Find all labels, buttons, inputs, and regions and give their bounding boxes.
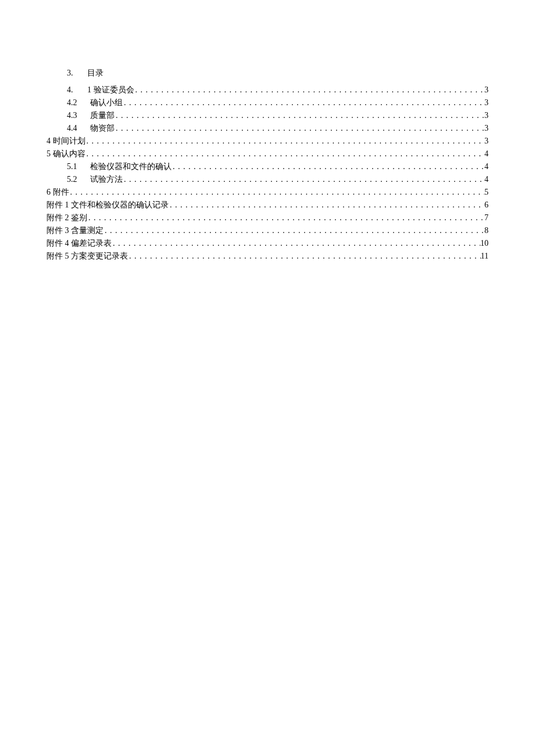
toc-entry-label: 附件 4 偏差记录表 xyxy=(47,237,112,249)
toc-entry-page: 11 xyxy=(481,250,488,262)
toc-leader-dots xyxy=(128,250,481,262)
toc-leader-dots xyxy=(115,109,484,121)
toc-leader-dots xyxy=(169,199,484,211)
toc-entry-page: 4 xyxy=(484,173,488,185)
toc-entry: 5 确认内容4 xyxy=(47,148,488,160)
toc-entry-label: 试验方法 xyxy=(90,173,123,185)
toc-entry: 6 附件5 xyxy=(47,186,488,198)
toc-entry-number: 5.2 xyxy=(67,173,90,185)
toc-entry-label: 6 附件 xyxy=(47,186,69,198)
toc-entry-page: 4 xyxy=(484,160,488,173)
toc-entry-number: 5.1 xyxy=(67,160,90,173)
toc-entry: 4.3质量部3 xyxy=(47,109,488,121)
toc-entry-page: 6 xyxy=(484,199,488,211)
toc-entry-page: 8 xyxy=(484,224,488,237)
toc-entry-number: 4.4 xyxy=(67,122,90,134)
toc-title-text: 目录 xyxy=(87,67,104,79)
toc-entry-number: 4. xyxy=(67,84,87,96)
toc-entry-label: 1 验证委员会 xyxy=(87,84,134,96)
toc-entry-label: 检验仪器和文件的确认 xyxy=(90,160,172,173)
toc-entry: 4.4物资部3 xyxy=(47,122,488,134)
toc-entry: 4.2确认小组3 xyxy=(47,96,488,109)
toc-title-number: 3. xyxy=(67,67,87,79)
toc-entry: 附件 4 偏差记录表10 xyxy=(47,237,488,249)
toc-entry-label: 确认小组 xyxy=(90,96,123,109)
toc-leader-dots xyxy=(85,148,485,160)
toc-entry: 5.2试验方法4 xyxy=(47,173,488,185)
toc-title: 3. 目录 xyxy=(47,67,488,79)
toc-entry-label: 附件 2 鉴别 xyxy=(47,212,87,224)
toc-entry: 4 时间计划3 xyxy=(47,135,488,147)
toc-leader-dots xyxy=(123,173,484,185)
toc-entry-page: 3 xyxy=(484,84,488,96)
toc-entry-page: 7 xyxy=(484,212,488,224)
toc-entry-page: 3 xyxy=(484,96,488,109)
toc-entry-label: 附件 1 文件和检验仪器的确认记录 xyxy=(47,199,169,211)
toc-entry-label: 附件 3 含量测定 xyxy=(47,224,104,237)
toc-leader-dots xyxy=(87,212,484,224)
toc-leader-dots xyxy=(69,186,485,198)
toc-entry: 附件 3 含量测定8 xyxy=(47,224,488,237)
toc-leader-dots xyxy=(123,96,484,109)
toc-entry: 4.1 验证委员会3 xyxy=(47,84,488,96)
toc-entry-number: 4.2 xyxy=(67,96,90,109)
toc-leader-dots xyxy=(115,122,484,134)
toc-leader-dots xyxy=(172,160,484,173)
toc-entry-page: 5 xyxy=(484,186,488,198)
toc-entry-label: 质量部 xyxy=(90,109,115,121)
toc-leader-dots xyxy=(104,224,484,237)
toc-entry-page: 3 xyxy=(484,109,488,121)
toc-entry-number: 4.3 xyxy=(67,109,90,121)
toc-entry: 附件 1 文件和检验仪器的确认记录6 xyxy=(47,199,488,211)
toc-leader-dots xyxy=(134,84,485,96)
toc-entry-page: 3 xyxy=(484,122,488,134)
toc-entry-page: 4 xyxy=(484,148,488,160)
table-of-contents: 4.1 验证委员会34.2确认小组34.3质量部34.4物资部34 时间计划35… xyxy=(47,84,488,262)
toc-entry: 附件 5 方案变更记录表11 xyxy=(47,250,488,262)
toc-leader-dots xyxy=(112,237,480,249)
toc-entry-label: 附件 5 方案变更记录表 xyxy=(47,250,128,262)
toc-entry-page: 3 xyxy=(484,135,488,147)
toc-entry: 5.1检验仪器和文件的确认4 xyxy=(47,160,488,173)
toc-entry-label: 4 时间计划 xyxy=(47,135,85,147)
toc-entry-label: 5 确认内容 xyxy=(47,148,85,160)
toc-leader-dots xyxy=(85,135,485,147)
toc-entry-page: 10 xyxy=(480,237,488,249)
toc-entry-label: 物资部 xyxy=(90,122,115,134)
toc-entry: 附件 2 鉴别7 xyxy=(47,212,488,224)
